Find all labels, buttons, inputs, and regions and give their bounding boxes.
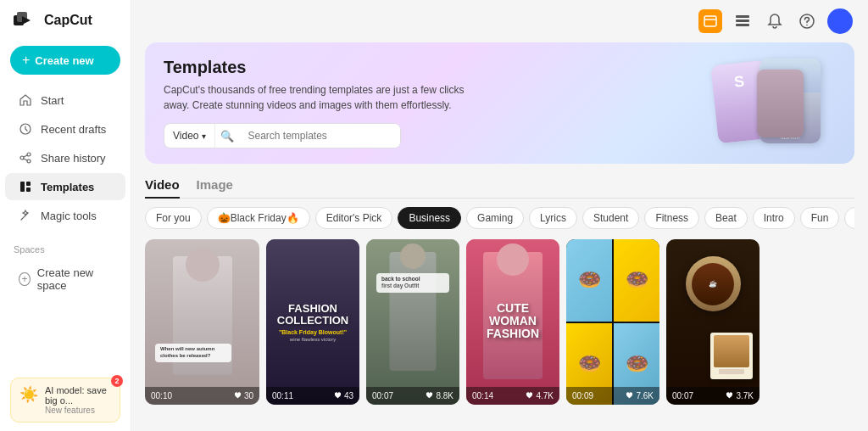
logo-text: CapCut — [44, 13, 92, 28]
sidebar: CapCut + Create new Start Recent drafts — [0, 0, 131, 431]
pill-fun[interactable]: Fun — [800, 207, 840, 229]
pill-intro[interactable]: Intro — [753, 207, 795, 229]
heart-icon — [726, 392, 733, 400]
banner-title: Templates — [164, 58, 836, 77]
template-card-5[interactable]: 🍩 🍩 🍩 🍩 00:09 7.6K — [566, 239, 659, 405]
heart-icon — [426, 392, 433, 400]
pill-business[interactable]: Business — [398, 207, 461, 229]
document-icon — [19, 122, 32, 136]
user-avatar[interactable] — [827, 8, 853, 34]
svg-point-5 — [20, 156, 24, 160]
share-icon — [19, 151, 32, 165]
heart-icon — [334, 392, 342, 400]
pill-editors-pick[interactable]: Editor's Pick — [315, 207, 393, 229]
card-5-overlay: 00:09 7.6K — [566, 387, 659, 405]
sidebar-nav: Start Recent drafts Share history — [0, 83, 131, 232]
sidebar-item-share-history[interactable]: Share history — [5, 144, 125, 171]
sidebar-item-templates[interactable]: Templates — [5, 173, 125, 200]
spaces-label: Spaces — [0, 232, 131, 260]
pill-beat[interactable]: Beat — [704, 207, 748, 229]
home-icon — [19, 93, 32, 107]
template-icon — [19, 180, 32, 193]
ai-notif-title: AI model: save big o... — [45, 385, 111, 406]
template-card-1[interactable]: When will new autumn clothes be released… — [145, 239, 259, 405]
ai-notif-subtitle: New features — [45, 406, 111, 415]
svg-rect-9 — [26, 188, 31, 192]
card-4-overlay: 00:14 4.7K — [466, 387, 559, 405]
sidebar-bottom: ☀️ AI model: save big o... New features … — [0, 369, 131, 431]
sidebar-item-start[interactable]: Start — [5, 87, 125, 114]
stack-icon-button[interactable] — [731, 9, 754, 33]
template-card-3[interactable]: back to school first day Outfit 00:07 8.… — [366, 239, 459, 405]
create-new-button[interactable]: + Create new — [10, 46, 120, 75]
heart-icon — [626, 392, 633, 400]
svg-point-6 — [27, 160, 31, 163]
banner-description: CapCut's thousands of free trending temp… — [164, 82, 486, 113]
pill-gaming[interactable]: Gaming — [466, 207, 524, 229]
create-space-button[interactable]: + Create new space — [5, 260, 125, 299]
template-card-2[interactable]: FASHION COLLECTION "Black Friday Blowout… — [266, 239, 359, 405]
content-area: Video Image For you 🎃Black Friday🔥 Edito… — [131, 172, 868, 431]
heart-icon — [234, 392, 242, 400]
card-2-overlay: 00:11 43 — [266, 387, 359, 405]
template-card-4[interactable]: CUTE WOMAN FASHION 00:14 4.7K — [466, 239, 559, 405]
card-3-overlay: 00:07 8.8K — [366, 387, 459, 405]
projects-icon-button[interactable] — [698, 9, 722, 33]
tab-image[interactable]: Image — [197, 172, 233, 199]
fashion-subtitle: "Black Friday Blowout!" — [277, 329, 349, 335]
cute-woman-title: CUTE WOMAN FASHION — [487, 302, 539, 341]
sidebar-item-magic-tools[interactable]: Magic tools — [5, 202, 125, 229]
fashion-tagline: wine flawless victory — [277, 337, 349, 342]
plus-circle-icon: + — [19, 272, 31, 286]
sun-icon: ☀️ — [19, 385, 38, 404]
banner-search-bar: Video ▾ 🔍 — [164, 123, 401, 148]
bell-icon-button[interactable] — [763, 9, 787, 33]
search-type-dropdown[interactable]: Video ▾ — [164, 124, 215, 148]
banner-content: Templates CapCut's thousands of free tre… — [164, 58, 836, 148]
magic-icon — [19, 209, 32, 222]
content-tabs: Video Image — [145, 172, 854, 199]
templates-banner: Templates CapCut's thousands of free tre… — [145, 42, 854, 164]
template-card-6[interactable]: ☕ 00:07 3.7K — [666, 239, 760, 405]
fashion-title: FASHION COLLECTION — [277, 302, 349, 327]
svg-rect-8 — [26, 182, 31, 186]
sidebar-item-recent-drafts[interactable]: Recent drafts — [5, 115, 125, 143]
card-1-overlay: 00:10 30 — [145, 387, 259, 405]
pill-black-friday[interactable]: 🎃Black Friday🔥 — [207, 207, 310, 229]
search-input[interactable] — [239, 124, 400, 148]
ai-notification[interactable]: ☀️ AI model: save big o... New features … — [10, 378, 120, 423]
pill-student[interactable]: Student — [582, 207, 639, 229]
svg-rect-12 — [736, 20, 749, 22]
pill-for-you[interactable]: For you — [145, 207, 202, 229]
main-content: Templates CapCut's thousands of free tre… — [131, 0, 868, 431]
capcut-logo-icon — [14, 12, 37, 29]
pill-lyrics[interactable]: Lyrics — [529, 207, 577, 229]
svg-rect-13 — [736, 24, 749, 26]
heart-icon — [526, 392, 533, 400]
svg-point-15 — [806, 25, 808, 26]
svg-rect-7 — [20, 182, 25, 192]
pill-fitness[interactable]: Fitness — [644, 207, 699, 229]
svg-rect-10 — [704, 16, 716, 26]
search-icon: 🔍 — [215, 130, 239, 143]
help-icon-button[interactable] — [795, 9, 819, 33]
pill-meme[interactable]: Meme — [844, 207, 854, 229]
category-pills: For you 🎃Black Friday🔥 Editor's Pick Bus… — [145, 207, 854, 229]
svg-rect-11 — [736, 15, 749, 18]
tab-video[interactable]: Video — [145, 172, 180, 199]
chevron-down-icon: ▾ — [202, 132, 206, 141]
top-bar — [131, 0, 868, 42]
card-6-overlay: 00:07 3.7K — [666, 387, 760, 405]
plus-icon: + — [22, 53, 30, 68]
template-grid: When will new autumn clothes be released… — [145, 239, 854, 405]
logo: CapCut — [0, 0, 131, 41]
notification-badge: 2 — [111, 375, 123, 387]
svg-point-4 — [27, 153, 31, 156]
